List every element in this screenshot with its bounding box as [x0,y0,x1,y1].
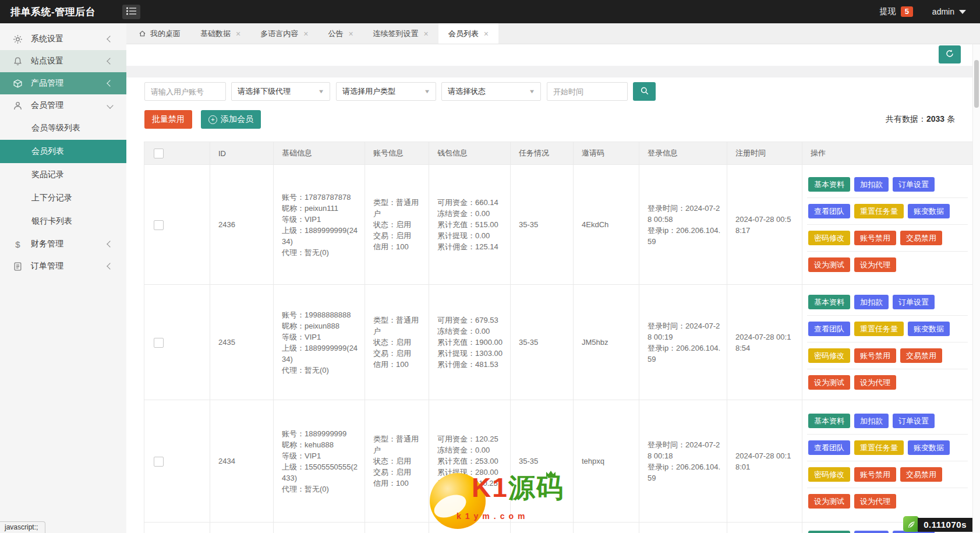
box-icon [13,79,23,89]
action-set-test-button[interactable]: 设为测试 [808,375,850,390]
register-time-cell: 2024-07-28 00:18:01 [727,400,802,523]
action-view-team-button[interactable]: 查看团队 [808,204,850,218]
account-info-cell: 类型：普通用户状态：启用交易：启用信用：100 [365,165,429,285]
withdraw-link[interactable]: 提现 [880,6,896,17]
sidebar: 系统设置 站点设置 产品管理 会员管理 会员等级列表 会员列表 [0,23,126,533]
action-set-test-button[interactable]: 设为测试 [808,257,850,272]
close-icon[interactable]: × [348,30,353,38]
tab-basic-data[interactable]: 基础数据 × [190,23,250,44]
base-info-cell: 账号：1889999999昵称：kehu888等级：VIP1上级：1550555… [274,400,365,523]
login-info-cell: 登录时间：2024-07-28 00:18登录ip：206.206.104.59 [639,400,727,523]
member-submenu: 会员等级列表 会员列表 奖品记录 上下分记录 银行卡列表 [0,117,126,233]
action-change-password-button[interactable]: 密码修改 [808,467,850,482]
status-filter-select[interactable]: 请选择状态 ▼ [441,82,541,101]
sidebar-item-finance-management[interactable]: $ 财务管理 [0,233,126,255]
action-order-settings-button[interactable]: 订单设置 [893,177,935,192]
action-disable-account-button[interactable]: 账号禁用 [854,467,896,482]
plus-icon: + [208,115,217,124]
account-info-cell: 类型：普通用户状态：启用交易：启用信用：100 [365,400,429,523]
agent-filter-select[interactable]: 请选择下级代理 ▼ [231,82,330,101]
action-adjust-balance-button[interactable]: 加扣款 [854,177,889,192]
withdraw-count-badge[interactable]: 5 [901,6,913,17]
col-header-operations: 操作 [802,142,973,165]
account-search-input[interactable] [144,82,226,101]
action-change-password-button[interactable]: 密码修改 [808,348,850,363]
add-member-button[interactable]: + 添加会员 [201,110,261,129]
sidebar-item-bank-card-list[interactable]: 银行卡列表 [0,210,126,233]
action-set-agent-button[interactable]: 设为代理 [854,375,896,390]
tab-bar: 我的桌面 基础数据 × 多语言内容 × 公告 × 连续签到设置 × 会员列表 × [126,23,980,44]
menu-toggle-button[interactable] [122,5,140,19]
row-checkbox[interactable] [154,457,164,467]
load-time-value: 0.111070s [918,518,972,532]
close-icon[interactable]: × [303,30,308,38]
search-button[interactable] [633,82,656,101]
action-basic-info-button[interactable]: 基本资料 [808,531,850,533]
leaf-badge-icon [903,516,919,532]
action-change-password-button[interactable]: 密码修改 [808,231,850,245]
member-list-panel: 请选择下级代理 ▼ 请选择用户类型 ▼ 请选择状态 ▼ 批量禁用 + [126,77,973,533]
action-order-settings-button[interactable]: 订单设置 [893,295,935,309]
caret-down-icon: ▼ [424,89,431,94]
total-count-text: 共有数据：2033 条 [886,114,955,125]
user-menu[interactable]: admin [932,7,954,16]
refresh-button[interactable] [939,45,961,63]
sidebar-item-member-level-list[interactable]: 会员等级列表 [0,117,126,140]
start-time-input[interactable] [547,82,628,101]
sidebar-item-system-settings[interactable]: 系统设置 [0,28,126,50]
tab-announcement[interactable]: 公告 × [318,23,363,44]
sidebar-item-order-management[interactable]: 订单管理 [0,255,126,277]
sidebar-item-member-list[interactable]: 会员列表 [0,140,126,163]
close-icon[interactable]: × [484,30,489,38]
tab-member-list[interactable]: 会员列表 × [438,23,498,44]
action-basic-info-button[interactable]: 基本资料 [808,295,850,309]
action-disable-trade-button[interactable]: 交易禁用 [900,231,942,245]
wallet-info-cell: 可用资金：660.14冻结资金：0.00累计充值：515.00累计提现：0.00… [429,165,511,285]
scrollbar-thumb[interactable] [974,60,979,108]
action-balance-log-button[interactable]: 账变数据 [908,322,950,336]
action-view-team-button[interactable]: 查看团队 [808,322,850,336]
action-order-settings-button[interactable]: 订单设置 [893,414,935,428]
account-info-cell: 类型：普通用户状态：启用交易：启用信用：100 [365,285,429,400]
vertical-scrollbar[interactable] [972,44,980,533]
action-set-test-button[interactable]: 设为测试 [808,494,850,509]
chevron-left-icon [107,36,113,42]
action-set-agent-button[interactable]: 设为代理 [854,257,896,272]
sidebar-item-updown-records[interactable]: 上下分记录 [0,186,126,210]
action-reset-tasks-button[interactable]: 重置任务量 [854,440,904,455]
action-balance-log-button[interactable]: 账变数据 [908,440,950,455]
action-disable-account-button[interactable]: 账号禁用 [854,348,896,363]
invite-code-cell: tehpxq [574,400,639,523]
action-adjust-balance-button[interactable]: 加扣款 [854,531,889,533]
action-reset-tasks-button[interactable]: 重置任务量 [854,204,904,218]
action-adjust-balance-button[interactable]: 加扣款 [854,414,889,428]
action-disable-account-button[interactable]: 账号禁用 [854,231,896,245]
tab-desktop[interactable]: 我的桌面 [129,23,190,44]
close-icon[interactable]: × [424,30,429,38]
action-set-agent-button[interactable]: 设为代理 [854,494,896,509]
action-reset-tasks-button[interactable]: 重置任务量 [854,322,904,336]
tab-multilanguage[interactable]: 多语言内容 × [250,23,318,44]
row-checkbox[interactable] [154,220,164,230]
sidebar-item-prize-records[interactable]: 奖品记录 [0,163,126,186]
action-disable-trade-button[interactable]: 交易禁用 [900,467,942,482]
refresh-icon [945,49,954,60]
action-disable-trade-button[interactable]: 交易禁用 [900,348,942,363]
action-adjust-balance-button[interactable]: 加扣款 [854,295,889,309]
row-checkbox[interactable] [154,338,164,348]
home-icon [139,30,146,37]
close-icon[interactable]: × [236,30,240,38]
action-basic-info-button[interactable]: 基本资料 [808,414,850,428]
action-basic-info-button[interactable]: 基本资料 [808,177,850,192]
sidebar-item-site-settings[interactable]: 站点设置 [0,50,126,72]
sidebar-item-product-management[interactable]: 产品管理 [0,72,126,94]
action-balance-log-button[interactable]: 账变数据 [908,204,950,218]
batch-disable-button[interactable]: 批量禁用 [144,110,192,129]
tab-signin-settings[interactable]: 连续签到设置 × [363,23,438,44]
user-type-filter-select[interactable]: 请选择用户类型 ▼ [336,82,436,101]
sidebar-item-member-management[interactable]: 会员管理 [0,94,126,117]
invite-code-cell: JM5hbz [574,285,639,400]
caret-down-icon: ▼ [529,89,536,94]
select-all-checkbox[interactable] [154,149,164,158]
action-view-team-button[interactable]: 查看团队 [808,440,850,455]
